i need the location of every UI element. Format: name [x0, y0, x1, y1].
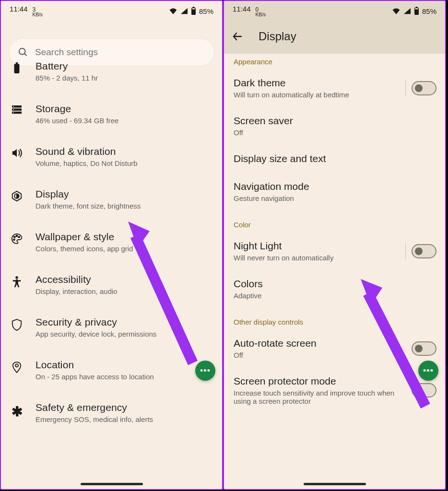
asterisk-icon: ✱ [12, 404, 23, 420]
signal-icon [180, 8, 188, 14]
settings-item-display[interactable]: Display Dark theme, font size, brightnes… [1, 178, 222, 221]
svg-point-21 [15, 364, 18, 367]
page-title: Display [259, 30, 296, 43]
item-sub: Colors, themed icons, app grid [35, 245, 212, 253]
status-bar: 11:44 0KB/s 85% [224, 1, 445, 19]
item-title: Night Light [234, 240, 401, 252]
item-sub: Volume, haptics, Do Not Disturb [35, 159, 212, 167]
signal-icon [403, 8, 411, 14]
svg-rect-23 [416, 7, 418, 8]
more-fab[interactable]: ••• [418, 361, 438, 381]
settings-item-safety[interactable]: ✱ Safety & emergency Emergency SOS, medi… [1, 391, 222, 434]
settings-item-sound[interactable]: Sound & vibration Volume, haptics, Do No… [1, 135, 222, 178]
shield-icon [12, 318, 22, 331]
item-sub: Dark theme, font size, brightness [35, 202, 212, 210]
battery-percent: 85% [199, 7, 213, 15]
svg-line-4 [24, 54, 27, 56]
item-sub: Off [234, 129, 397, 137]
item-title: Storage [35, 103, 212, 115]
item-screen-protector[interactable]: Screen protector mode Increase touch sen… [224, 368, 445, 414]
item-sub: Adaptive [234, 292, 397, 300]
item-screen-saver[interactable]: Screen saver Off [224, 107, 445, 145]
svg-point-16 [16, 235, 18, 237]
item-sub: Will turn on automatically at bedtime [234, 91, 397, 99]
divider [405, 243, 406, 259]
settings-item-location[interactable]: Location On - 25 apps have access to loc… [1, 349, 222, 391]
item-title: Wallpaper & style [35, 231, 212, 243]
auto-rotate-toggle[interactable] [412, 341, 436, 356]
gesture-bar[interactable] [304, 483, 366, 485]
item-title: Sound & vibration [35, 146, 212, 157]
item-title: Location [35, 359, 212, 371]
item-title: Screen protector mode [234, 375, 407, 387]
search-input[interactable] [35, 47, 205, 58]
item-auto-rotate[interactable]: Auto-rotate screen Off [224, 330, 445, 368]
more-fab[interactable]: ••• [195, 361, 215, 381]
battery-icon [191, 7, 196, 15]
item-title: Security & privacy [35, 316, 212, 328]
settings-main-screen: 11:44 3KB/s 85% Battery 85% - 2 days, 11… [0, 0, 223, 490]
display-settings-screen: 11:44 0KB/s 85% Display Appearance Dark … [223, 0, 446, 490]
item-sub: Display, interaction, audio [35, 287, 212, 295]
item-sub: Off [234, 351, 397, 359]
item-sub: Will never turn on automatically [234, 254, 397, 262]
item-sub: 46% used - 69.34 GB free [35, 117, 212, 125]
svg-point-12 [13, 112, 14, 113]
accessibility-icon [12, 276, 22, 288]
item-title: Battery [35, 60, 212, 72]
settings-item-accessibility[interactable]: Accessibility Display, interaction, audi… [1, 263, 222, 306]
status-time: 11:44 [233, 5, 251, 13]
svg-point-19 [15, 276, 18, 279]
item-title: Navigation mode [234, 181, 436, 192]
settings-item-wallpaper[interactable]: Wallpaper & style Colors, themed icons, … [1, 221, 222, 263]
svg-point-15 [14, 236, 15, 238]
item-navigation-mode[interactable]: Navigation mode Gesture navigation [224, 173, 445, 211]
settings-item-security[interactable]: Security & privacy App security, device … [1, 306, 222, 349]
svg-point-3 [19, 48, 25, 55]
svg-point-17 [18, 236, 20, 238]
item-title: Safety & emergency [35, 402, 212, 413]
back-button[interactable] [229, 31, 246, 42]
section-color: Color [224, 211, 445, 233]
more-icon: ••• [423, 366, 434, 376]
battery-icon [414, 7, 419, 15]
item-sub: Gesture navigation [234, 194, 397, 202]
item-sub: On - 25 apps have access to location [35, 373, 212, 381]
search-icon [18, 47, 28, 58]
status-net-speed: 0KB/s [256, 7, 266, 17]
more-icon: ••• [200, 366, 211, 376]
dark-theme-toggle[interactable] [412, 81, 436, 95]
palette-icon [11, 233, 23, 245]
item-night-light[interactable]: Night Light Will never turn on automatic… [224, 233, 445, 270]
app-bar: Display [224, 19, 445, 54]
sound-icon [11, 148, 23, 158]
item-title: Dark theme [234, 77, 401, 89]
section-other: Other display controls [224, 308, 445, 330]
item-sub: 85% - 2 days, 11 hr [35, 74, 212, 82]
screen-protector-toggle[interactable] [412, 383, 436, 397]
item-title: Screen saver [234, 115, 436, 127]
storage-icon [12, 105, 22, 115]
item-title: Auto-rotate screen [234, 338, 407, 349]
wifi-icon [169, 8, 177, 14]
svg-point-11 [13, 109, 14, 110]
svg-rect-2 [192, 8, 195, 9]
item-dark-theme[interactable]: Dark theme Will turn on automatically at… [224, 70, 445, 107]
night-light-toggle[interactable] [412, 244, 436, 258]
svg-rect-24 [415, 8, 418, 9]
brightness-icon [11, 190, 23, 202]
item-display-size[interactable]: Display size and text [224, 145, 445, 173]
section-appearance: Appearance [224, 54, 445, 70]
location-icon [12, 361, 22, 374]
settings-item-battery[interactable]: Battery 85% - 2 days, 11 hr [1, 60, 222, 93]
svg-point-10 [13, 106, 14, 107]
wifi-icon [392, 8, 401, 14]
status-net-speed: 3KB/s [33, 7, 43, 17]
settings-item-storage[interactable]: Storage 46% used - 69.34 GB free [1, 93, 222, 135]
gesture-bar[interactable] [81, 483, 143, 485]
settings-list: Battery 85% - 2 days, 11 hr Storage 46% … [1, 60, 222, 434]
item-colors[interactable]: Colors Adaptive [224, 270, 445, 308]
battery-icon [13, 62, 20, 74]
item-title: Accessibility [35, 274, 212, 285]
status-bar: 11:44 3KB/s 85% [1, 1, 222, 19]
